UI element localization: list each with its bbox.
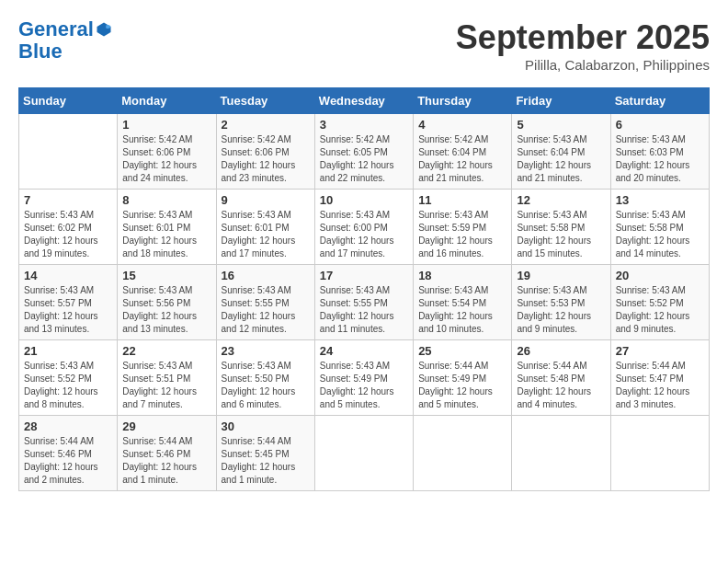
calendar-cell: 16Sunrise: 5:43 AM Sunset: 5:55 PM Dayli… — [216, 265, 314, 340]
weekday-header-friday: Friday — [512, 88, 610, 114]
calendar-cell: 1Sunrise: 5:42 AM Sunset: 6:06 PM Daylig… — [118, 114, 216, 190]
day-info: Sunrise: 5:42 AM Sunset: 6:06 PM Dayligh… — [222, 133, 310, 185]
month-title: September 2025 — [456, 18, 710, 57]
day-number: 2 — [222, 118, 310, 132]
day-number: 16 — [222, 269, 310, 282]
day-number: 5 — [517, 118, 605, 132]
calendar-cell — [610, 416, 709, 491]
day-number: 14 — [24, 269, 112, 282]
calendar-cell: 28Sunrise: 5:44 AM Sunset: 5:46 PM Dayli… — [19, 416, 118, 491]
calendar-table: SundayMondayTuesdayWednesdayThursdayFrid… — [18, 87, 710, 491]
logo: General Blue — [18, 18, 112, 63]
calendar-cell: 24Sunrise: 5:43 AM Sunset: 5:49 PM Dayli… — [314, 340, 413, 416]
day-number: 24 — [320, 344, 408, 358]
day-info: Sunrise: 5:44 AM Sunset: 5:46 PM Dayligh… — [24, 435, 112, 487]
logo-icon — [96, 21, 112, 38]
logo-blue: Blue — [18, 40, 63, 63]
day-info: Sunrise: 5:43 AM Sunset: 5:58 PM Dayligh… — [616, 209, 704, 260]
day-info: Sunrise: 5:43 AM Sunset: 6:00 PM Dayligh… — [320, 209, 408, 260]
day-number: 3 — [320, 118, 408, 132]
week-row-2: 7Sunrise: 5:43 AM Sunset: 6:02 PM Daylig… — [19, 190, 710, 265]
day-number: 26 — [517, 344, 605, 358]
day-number: 6 — [616, 118, 704, 132]
day-info: Sunrise: 5:43 AM Sunset: 5:51 PM Dayligh… — [122, 360, 210, 411]
calendar-cell: 27Sunrise: 5:44 AM Sunset: 5:47 PM Dayli… — [610, 340, 709, 416]
weekday-header-thursday: Thursday — [414, 88, 512, 114]
calendar-cell: 20Sunrise: 5:43 AM Sunset: 5:52 PM Dayli… — [610, 265, 709, 340]
page-header: General Blue September 2025 Pililla, Cal… — [18, 18, 710, 73]
weekday-header-wednesday: Wednesday — [314, 88, 413, 114]
day-info: Sunrise: 5:44 AM Sunset: 5:48 PM Dayligh… — [517, 360, 605, 411]
day-number: 10 — [320, 193, 408, 207]
day-info: Sunrise: 5:43 AM Sunset: 6:02 PM Dayligh… — [24, 209, 112, 260]
calendar-cell: 25Sunrise: 5:44 AM Sunset: 5:49 PM Dayli… — [414, 340, 512, 416]
weekday-header-tuesday: Tuesday — [216, 88, 314, 114]
day-info: Sunrise: 5:43 AM Sunset: 5:55 PM Dayligh… — [320, 284, 408, 336]
calendar-cell: 13Sunrise: 5:43 AM Sunset: 5:58 PM Dayli… — [610, 190, 709, 265]
day-info: Sunrise: 5:42 AM Sunset: 6:04 PM Dayligh… — [418, 133, 506, 185]
day-info: Sunrise: 5:43 AM Sunset: 5:58 PM Dayligh… — [517, 209, 605, 260]
week-row-1: 1Sunrise: 5:42 AM Sunset: 6:06 PM Daylig… — [19, 114, 710, 190]
title-area: September 2025 Pililla, Calabarzon, Phil… — [456, 18, 710, 73]
day-number: 21 — [24, 344, 112, 358]
logo-general: General — [18, 18, 94, 40]
day-info: Sunrise: 5:43 AM Sunset: 5:52 PM Dayligh… — [616, 284, 704, 336]
week-row-3: 14Sunrise: 5:43 AM Sunset: 5:57 PM Dayli… — [19, 265, 710, 340]
calendar-cell: 7Sunrise: 5:43 AM Sunset: 6:02 PM Daylig… — [19, 190, 118, 265]
day-number: 18 — [418, 269, 506, 282]
calendar-cell: 3Sunrise: 5:42 AM Sunset: 6:05 PM Daylig… — [314, 114, 413, 190]
day-info: Sunrise: 5:43 AM Sunset: 6:01 PM Dayligh… — [122, 209, 210, 260]
day-info: Sunrise: 5:43 AM Sunset: 5:57 PM Dayligh… — [24, 284, 112, 336]
day-info: Sunrise: 5:43 AM Sunset: 6:03 PM Dayligh… — [616, 133, 704, 185]
day-number: 28 — [24, 419, 112, 433]
day-number: 7 — [24, 193, 112, 207]
day-number: 8 — [122, 193, 210, 207]
day-number: 29 — [122, 419, 210, 433]
day-info: Sunrise: 5:43 AM Sunset: 6:04 PM Dayligh… — [517, 133, 605, 185]
calendar-cell: 8Sunrise: 5:43 AM Sunset: 6:01 PM Daylig… — [118, 190, 216, 265]
calendar-cell — [512, 416, 610, 491]
weekday-header-saturday: Saturday — [610, 88, 709, 114]
day-number: 23 — [222, 344, 310, 358]
day-info: Sunrise: 5:44 AM Sunset: 5:49 PM Dayligh… — [418, 360, 506, 411]
day-number: 20 — [616, 269, 704, 282]
day-info: Sunrise: 5:43 AM Sunset: 5:52 PM Dayligh… — [24, 360, 112, 411]
calendar-cell: 6Sunrise: 5:43 AM Sunset: 6:03 PM Daylig… — [610, 114, 709, 190]
day-info: Sunrise: 5:42 AM Sunset: 6:06 PM Dayligh… — [122, 133, 210, 185]
calendar-cell: 17Sunrise: 5:43 AM Sunset: 5:55 PM Dayli… — [314, 265, 413, 340]
calendar-cell: 12Sunrise: 5:43 AM Sunset: 5:58 PM Dayli… — [512, 190, 610, 265]
calendar-cell: 19Sunrise: 5:43 AM Sunset: 5:53 PM Dayli… — [512, 265, 610, 340]
calendar-cell: 29Sunrise: 5:44 AM Sunset: 5:46 PM Dayli… — [118, 416, 216, 491]
calendar-cell: 4Sunrise: 5:42 AM Sunset: 6:04 PM Daylig… — [414, 114, 512, 190]
day-number: 25 — [418, 344, 506, 358]
day-number: 30 — [222, 419, 310, 433]
calendar-cell — [19, 114, 118, 190]
day-number: 19 — [517, 269, 605, 282]
calendar-cell: 23Sunrise: 5:43 AM Sunset: 5:50 PM Dayli… — [216, 340, 314, 416]
location-title: Pililla, Calabarzon, Philippines — [456, 57, 710, 73]
day-number: 1 — [122, 118, 210, 132]
day-info: Sunrise: 5:44 AM Sunset: 5:45 PM Dayligh… — [222, 435, 310, 487]
day-info: Sunrise: 5:43 AM Sunset: 5:49 PM Dayligh… — [320, 360, 408, 411]
calendar-cell: 2Sunrise: 5:42 AM Sunset: 6:06 PM Daylig… — [216, 114, 314, 190]
calendar-cell: 9Sunrise: 5:43 AM Sunset: 6:01 PM Daylig… — [216, 190, 314, 265]
calendar-cell: 5Sunrise: 5:43 AM Sunset: 6:04 PM Daylig… — [512, 114, 610, 190]
day-info: Sunrise: 5:44 AM Sunset: 5:47 PM Dayligh… — [616, 360, 704, 411]
weekday-header-sunday: Sunday — [19, 88, 118, 114]
calendar-cell — [414, 416, 512, 491]
day-info: Sunrise: 5:43 AM Sunset: 5:54 PM Dayligh… — [418, 284, 506, 336]
day-number: 15 — [122, 269, 210, 282]
day-number: 4 — [418, 118, 506, 132]
calendar-cell: 10Sunrise: 5:43 AM Sunset: 6:00 PM Dayli… — [314, 190, 413, 265]
day-number: 27 — [616, 344, 704, 358]
day-info: Sunrise: 5:43 AM Sunset: 5:50 PM Dayligh… — [222, 360, 310, 411]
day-info: Sunrise: 5:43 AM Sunset: 5:59 PM Dayligh… — [418, 209, 506, 260]
weekday-header-row: SundayMondayTuesdayWednesdayThursdayFrid… — [19, 88, 710, 114]
day-info: Sunrise: 5:43 AM Sunset: 5:53 PM Dayligh… — [517, 284, 605, 336]
week-row-5: 28Sunrise: 5:44 AM Sunset: 5:46 PM Dayli… — [19, 416, 710, 491]
day-info: Sunrise: 5:43 AM Sunset: 5:55 PM Dayligh… — [222, 284, 310, 336]
day-number: 12 — [517, 193, 605, 207]
day-number: 22 — [122, 344, 210, 358]
calendar-cell: 15Sunrise: 5:43 AM Sunset: 5:56 PM Dayli… — [118, 265, 216, 340]
week-row-4: 21Sunrise: 5:43 AM Sunset: 5:52 PM Dayli… — [19, 340, 710, 416]
